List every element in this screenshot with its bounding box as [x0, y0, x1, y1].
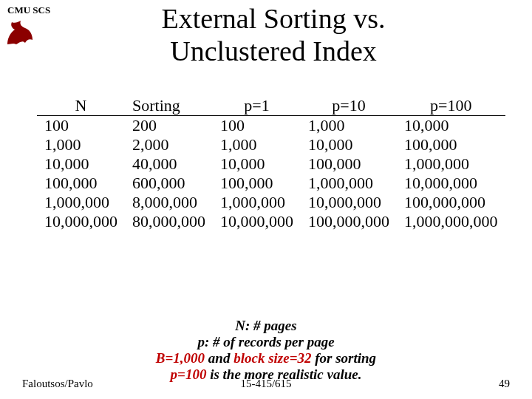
col-p10: p=10	[301, 96, 397, 116]
cell: 1,000	[301, 116, 397, 136]
cell: 10,000,000	[397, 174, 505, 193]
table-row: 100,000 600,000 100,000 1,000,000 10,000…	[37, 174, 505, 193]
legend-B: B=1,000	[156, 350, 205, 366]
cell: 10,000,000	[301, 193, 397, 212]
legend-text: : # of records per page	[205, 334, 335, 349]
table-row: 10,000,000 80,000,000 10,000,000 100,000…	[37, 212, 505, 231]
legend-block: block size=32	[233, 350, 311, 366]
cell: 10,000	[213, 154, 301, 174]
cell: 8,000,000	[125, 193, 213, 212]
legend-text: for sorting	[311, 350, 376, 366]
cell: 600,000	[125, 174, 213, 193]
legend: N: # pages p: # of records per page B=1,…	[74, 318, 458, 382]
slide-title: External Sorting vs. Unclustered Index	[89, 3, 458, 67]
legend-text: and	[205, 350, 233, 366]
title-line1: External Sorting vs.	[162, 3, 386, 34]
org-label: CMU SCS	[7, 4, 50, 16]
cell: 10,000	[301, 135, 397, 154]
footer-page: 49	[499, 378, 510, 390]
cell: 1,000	[37, 135, 125, 154]
legend-text: : # pages	[245, 318, 297, 333]
cell: 1,000,000	[397, 154, 505, 174]
table-row: 1,000 2,000 1,000 10,000 100,000	[37, 135, 505, 154]
cell: 100	[37, 116, 125, 136]
cell: 10,000,000	[213, 212, 301, 231]
table-row: 10,000 40,000 10,000 100,000 1,000,000	[37, 154, 505, 174]
col-p1: p=1	[213, 96, 301, 116]
cell: 10,000,000	[37, 212, 125, 231]
col-sort: Sorting	[125, 96, 213, 116]
legend-N: N	[235, 318, 245, 333]
griffin-icon	[4, 18, 37, 47]
cell: 200	[125, 116, 213, 136]
cell: 1,000	[213, 135, 301, 154]
cell: 1,000,000	[213, 193, 301, 212]
cell: 1,000,000,000	[397, 212, 505, 231]
cell: 100	[213, 116, 301, 136]
title-line2: Unclustered Index	[170, 35, 377, 66]
cell: 100,000,000	[397, 193, 505, 212]
footer-course: 15-415/615	[0, 378, 532, 390]
table-row: 100 200 100 1,000 10,000	[37, 116, 505, 136]
col-p100: p=100	[397, 96, 505, 116]
cell: 10,000	[37, 154, 125, 174]
cell: 100,000	[213, 174, 301, 193]
cell: 100,000	[301, 154, 397, 174]
cell: 1,000,000	[301, 174, 397, 193]
cell: 40,000	[125, 154, 213, 174]
cell: 100,000	[397, 135, 505, 154]
cell: 100,000	[37, 174, 125, 193]
comparison-table: N Sorting p=1 p=10 p=100 100 200 100 1,0…	[37, 96, 505, 231]
cell: 10,000	[397, 116, 505, 136]
col-n: N	[37, 96, 125, 116]
legend-p: p	[197, 334, 205, 349]
cell: 1,000,000	[37, 193, 125, 212]
cell: 80,000,000	[125, 212, 213, 231]
table-row: 1,000,000 8,000,000 1,000,000 10,000,000…	[37, 193, 505, 212]
cell: 100,000,000	[301, 212, 397, 231]
cell: 2,000	[125, 135, 213, 154]
